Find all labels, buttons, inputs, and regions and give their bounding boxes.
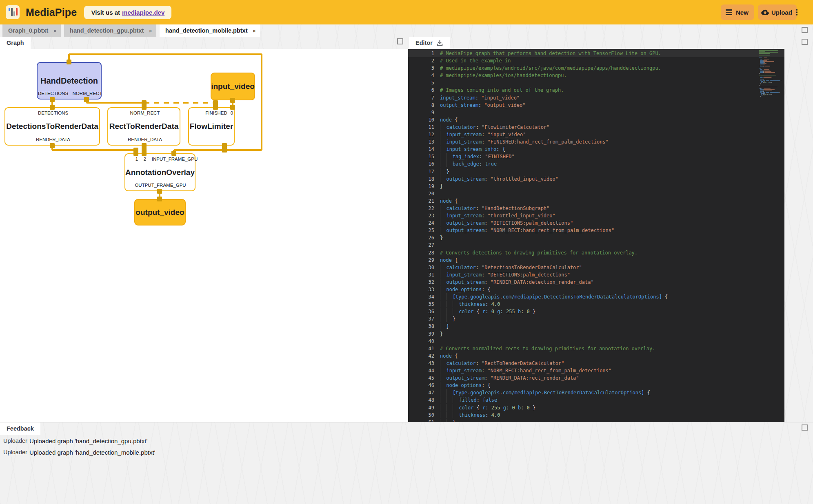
code-line-25[interactable]: 25output_stream: "NORM_RECT:hand_rect_fr… xyxy=(408,227,784,234)
graph-node-input-video[interactable]: input_video xyxy=(211,73,255,100)
code-line-36[interactable]: 36color { r: 0 g: 255 b: 0 } xyxy=(408,308,784,315)
code-line-12[interactable]: 12input_stream: "input_video" xyxy=(408,131,784,138)
code-line-7[interactable]: 7input_stream: "input_video" xyxy=(408,94,784,102)
code-line-27[interactable]: 27 xyxy=(408,241,784,249)
code-line-26[interactable]: 26} xyxy=(408,234,784,241)
code-text: [type.googleapis.com/mediapipe.Detection… xyxy=(440,293,668,301)
graph-node-output-video[interactable]: output_video xyxy=(134,199,186,225)
code-line-8[interactable]: 8output_stream: "output_video" xyxy=(408,102,784,109)
code-line-21[interactable]: 21node { xyxy=(408,197,784,205)
port-connector[interactable] xyxy=(157,197,162,201)
code-lines[interactable]: 1# MediaPipe graph that performs hand de… xyxy=(408,50,784,422)
port-connector[interactable] xyxy=(142,151,147,156)
code-line-35[interactable]: 35thickness: 4.0 xyxy=(408,301,784,308)
code-line-1[interactable]: 1# MediaPipe graph that performs hand de… xyxy=(408,50,784,57)
port-connector[interactable] xyxy=(222,148,227,153)
code-line-38[interactable]: 38} xyxy=(408,323,784,330)
code-line-51[interactable]: 51} xyxy=(408,419,784,422)
graph-node-annotation-overlay[interactable]: AnnotationOverlay12INPUT_FRAME_GPUOUTPUT… xyxy=(124,153,195,191)
minimap[interactable] xyxy=(759,50,783,97)
code-line-32[interactable]: 32output_stream: "RENDER_DATA:detection_… xyxy=(408,279,784,286)
line-number: 26 xyxy=(408,234,440,241)
code-line-45[interactable]: 45output_stream: "RENDER_DATA:rect_rende… xyxy=(408,374,784,382)
code-line-29[interactable]: 29node { xyxy=(408,256,784,264)
tab-graph[interactable]: Graph xyxy=(0,37,31,49)
port-connector[interactable] xyxy=(84,97,89,102)
code-line-13[interactable]: 13input_stream: "FINISHED:hand_rect_from… xyxy=(408,138,784,146)
file-tab-hand_detection_gpu-pbtxt[interactable]: hand_detection_gpu.pbtxt× xyxy=(64,24,156,37)
close-tab-icon[interactable]: × xyxy=(149,27,152,34)
graph-node-rect-to-render-data[interactable]: RectToRenderDataNORM_RECTRENDER_DATA xyxy=(107,107,180,146)
code-line-14[interactable]: 14input_stream_info: { xyxy=(408,146,784,153)
code-line-33[interactable]: 33node_options: { xyxy=(408,286,784,293)
mediapipe-dev-link[interactable]: mediapipe.dev xyxy=(122,9,164,16)
port-connector[interactable] xyxy=(230,98,235,103)
code-line-37[interactable]: 37} xyxy=(408,315,784,323)
code-line-23[interactable]: 23input_stream: "throttled_input_video" xyxy=(408,212,784,219)
code-line-28[interactable]: 28# Converts detections to drawing primi… xyxy=(408,249,784,256)
code-line-31[interactable]: 31input_stream: "DETECTIONS:palm_detecti… xyxy=(408,271,784,279)
port-connector[interactable] xyxy=(133,151,138,156)
code-line-3[interactable]: 3# mediapipie/examples/android/src/java/… xyxy=(408,64,784,72)
close-tab-icon[interactable]: × xyxy=(253,27,256,34)
port-connector[interactable] xyxy=(230,105,235,110)
code-line-30[interactable]: 30calculator: "DetectionsToRenderDataCal… xyxy=(408,264,784,271)
code-line-4[interactable]: 4# mediapipie/examples/ios/handdetection… xyxy=(408,72,784,79)
port-connector[interactable] xyxy=(142,105,147,110)
code-line-48[interactable]: 48filled: false xyxy=(408,396,784,404)
code-line-44[interactable]: 44input_stream: "NORM_RECT:hand_rect_fro… xyxy=(408,367,784,374)
code-line-20[interactable]: 20 xyxy=(408,190,784,197)
code-line-42[interactable]: 42node { xyxy=(408,352,784,360)
code-line-18[interactable]: 18output_stream: "throttled_input_video" xyxy=(408,175,784,183)
port-connector[interactable] xyxy=(67,60,71,64)
code-line-19[interactable]: 19} xyxy=(408,183,784,190)
code-line-5[interactable]: 5 xyxy=(408,79,784,86)
port-connector[interactable] xyxy=(171,151,176,156)
expand-graph-panel-icon[interactable] xyxy=(397,38,403,44)
code-line-39[interactable]: 39} xyxy=(408,330,784,338)
graph-node-hand-detection[interactable]: HandDetectionDETECTIONSNORM_RECT xyxy=(37,62,102,99)
graph-node-detections-to-render-data[interactable]: DetectionsToRenderDataDETECTIONSRENDER_D… xyxy=(4,107,100,146)
code-line-11[interactable]: 11calculator: "FlowLimiterCalculator" xyxy=(408,124,784,131)
code-line-10[interactable]: 10node { xyxy=(408,116,784,124)
graph-node-flow-limiter[interactable]: FlowLimiterFINISHED0 xyxy=(188,107,235,146)
port-connector[interactable] xyxy=(50,105,55,110)
file-tab-Graph_0-pbtxt[interactable]: Graph_0.pbtxt× xyxy=(2,24,61,37)
expand-window-icon[interactable] xyxy=(802,27,808,33)
code-line-49[interactable]: 49color { r: 255 g: 0 b: 0 } xyxy=(408,404,784,411)
port-connector[interactable] xyxy=(157,189,162,194)
code-line-17[interactable]: 17} xyxy=(408,168,784,175)
port-connector[interactable] xyxy=(50,143,55,148)
code-line-9[interactable]: 9 xyxy=(408,109,784,116)
file-tab-label: hand_detection_mobile.pbtxt xyxy=(165,27,247,34)
new-button[interactable]: New xyxy=(721,4,754,20)
code-line-6[interactable]: 6# Images coming into and out of the gra… xyxy=(408,86,784,94)
file-tab-hand_detection_mobile-pbtxt[interactable]: hand_detection_mobile.pbtxt× xyxy=(160,24,260,37)
code-editor[interactable]: 1# MediaPipe graph that performs hand de… xyxy=(408,49,784,422)
code-line-24[interactable]: 24output_stream: "DETECTIONS:palm_detect… xyxy=(408,219,784,227)
close-tab-icon[interactable]: × xyxy=(53,27,57,34)
port-connector[interactable] xyxy=(50,97,55,102)
expand-editor-panel-icon[interactable] xyxy=(802,39,808,45)
code-line-47[interactable]: 47[type.googleapis.com/mediapipe.RectToR… xyxy=(408,389,784,396)
port-connector[interactable] xyxy=(213,105,218,110)
code-line-2[interactable]: 2# Used in the example in xyxy=(408,57,784,64)
code-line-16[interactable]: 16back_edge: true xyxy=(408,160,784,168)
code-line-22[interactable]: 22calculator: "HandDetectionSubgraph" xyxy=(408,205,784,212)
code-line-43[interactable]: 43calculator: "RectToRenderDataCalculato… xyxy=(408,360,784,367)
download-icon[interactable] xyxy=(436,40,443,46)
tab-feedback[interactable]: Feedback xyxy=(0,422,40,435)
code-text: input_stream: "input_video" xyxy=(440,131,526,138)
more-options-icon[interactable] xyxy=(796,8,798,17)
graph-canvas[interactable]: HandDetectionDETECTIONSNORM_RECTinput_vi… xyxy=(0,49,408,422)
tab-editor[interactable]: Editor xyxy=(409,37,450,49)
code-line-34[interactable]: 34[type.googleapis.com/mediapipe.Detecti… xyxy=(408,293,784,301)
code-line-15[interactable]: 15tag_index: "FINISHED" xyxy=(408,153,784,160)
code-line-41[interactable]: 41# Converts normalized rects to drawing… xyxy=(408,345,784,352)
port-connector[interactable] xyxy=(142,100,147,105)
expand-feedback-panel-icon[interactable] xyxy=(802,424,808,431)
code-line-40[interactable]: 40 xyxy=(408,338,784,345)
code-line-50[interactable]: 50thickness: 4.0 xyxy=(408,411,784,419)
upload-button[interactable]: Upload xyxy=(758,4,797,20)
code-line-46[interactable]: 46node_options: { xyxy=(408,382,784,389)
